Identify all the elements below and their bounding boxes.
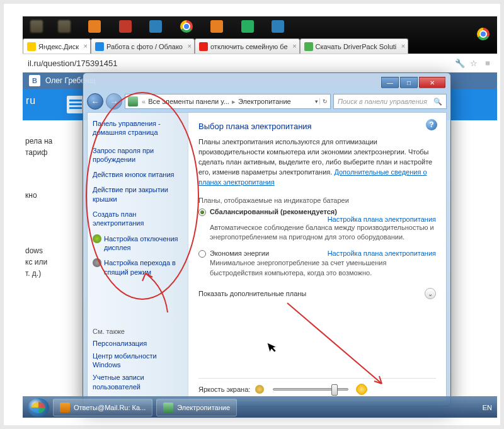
taskbar-icon[interactable] <box>149 20 162 33</box>
windows-taskbar: Ответы@Mail.Ru: Ка... Электропитание EN <box>23 396 497 418</box>
vk-logo-icon[interactable]: B <box>29 75 40 86</box>
radio-icon[interactable] <box>198 250 206 258</box>
sidebar: Панель управления - домашняя страница За… <box>88 113 188 401</box>
sidebar-item[interactable]: Создать план электропитания <box>93 210 183 228</box>
power-icon <box>163 403 173 413</box>
browser-tab[interactable]: Яндекс.Диск × <box>23 38 91 54</box>
site-suffix: ru <box>26 95 36 106</box>
menu-icon[interactable]: ≡ <box>483 59 492 68</box>
slider-thumb[interactable] <box>331 384 338 396</box>
show-more-plans[interactable]: Показать дополнительные планы ⌄ <box>198 288 436 299</box>
brightness-label: Яркость экрана: <box>198 386 250 393</box>
breadcrumb[interactable]: « Все элементы панели у... ▸ Электропита… <box>125 94 331 109</box>
address-bar[interactable]: il.ru/question/175391451 🔧 ☆ ≡ <box>23 54 497 72</box>
favicon-icon <box>199 42 208 51</box>
taskbar-icon[interactable] <box>272 20 284 33</box>
browser-tab[interactable]: Работа с фото / Облако × <box>91 38 195 54</box>
mailru-icon <box>60 403 70 413</box>
sidebar-item[interactable]: Действие при закрытии крышки <box>93 185 183 203</box>
close-tab-icon[interactable]: × <box>188 42 192 50</box>
sidebar-see-also-item[interactable]: Учетные записи пользователей <box>93 373 183 391</box>
plan-name: Экономия энергии <box>210 249 269 257</box>
page-description: Планы электропитания используются для оп… <box>198 137 436 188</box>
see-also-header: См. также <box>93 328 183 335</box>
taskbar-app-button[interactable]: Электропитание <box>156 399 237 416</box>
sidebar-see-also-item[interactable]: Центр мобильности Windows <box>93 352 183 370</box>
search-placeholder: Поиск в панели управления <box>338 98 427 105</box>
taskbar-icon[interactable] <box>241 20 254 33</box>
search-input[interactable]: Поиск в панели управления 🔍 <box>333 94 447 109</box>
breadcrumb-item[interactable]: Электропитание <box>238 98 291 105</box>
star-icon[interactable]: ☆ <box>469 59 478 68</box>
configure-plan-link[interactable]: Настройка плана электропитания <box>328 249 436 257</box>
tab-label: Яндекс.Диск <box>38 43 79 50</box>
favicon-icon <box>95 42 104 51</box>
plan-name: Сбалансированный (рекомендуется) <box>210 208 337 215</box>
close-tab-icon[interactable]: × <box>401 42 405 50</box>
show-more-label: Показать дополнительные планы <box>198 290 306 297</box>
system-tray[interactable]: EN <box>483 404 492 411</box>
favicon-icon <box>304 42 313 51</box>
close-tab-icon[interactable]: × <box>292 42 296 50</box>
content-pane: ? Выбор плана электропитания Планы элект… <box>188 113 446 401</box>
close-button[interactable]: ✕ <box>419 77 445 88</box>
plan-description: Автоматическое соблюдение баланса между … <box>210 223 436 243</box>
minimize-button[interactable]: — <box>381 77 399 88</box>
nav-forward-button[interactable]: → <box>106 93 122 110</box>
background-text-fragments: рела натариф кно dows кс или т. д.) <box>23 129 79 285</box>
start-button[interactable] <box>28 398 49 417</box>
page-title: Выбор плана электропитания <box>198 122 436 131</box>
plan-description: Минимальное энергопотребление за счет ум… <box>210 258 436 278</box>
close-tab-icon[interactable]: × <box>84 42 88 50</box>
maximize-button[interactable]: □ <box>400 77 418 88</box>
wrench-icon[interactable]: 🔧 <box>455 59 464 68</box>
tab-label: отключить семейную бе <box>210 43 288 50</box>
sidebar-item-sleep[interactable]: Настройка перехода в спящий режим <box>93 258 183 277</box>
chevron-down-icon[interactable]: ⌄ <box>425 288 436 299</box>
nav-back-button[interactable]: ← <box>87 93 103 110</box>
search-icon: 🔍 <box>433 98 442 106</box>
radio-selected-icon[interactable] <box>198 209 206 216</box>
sidebar-item[interactable]: Действия кнопок питания <box>93 170 183 179</box>
taskbar-icon[interactable] <box>88 20 101 33</box>
sidebar-see-also-item[interactable]: Персонализация <box>93 339 183 348</box>
brightness-row: Яркость экрана: <box>198 378 436 394</box>
taskbar-icon[interactable] <box>210 20 223 33</box>
breadcrumb-item[interactable]: Все элементы панели у... <box>148 98 229 105</box>
power-plan-saver[interactable]: Экономия энергии Настройка плана электро… <box>210 249 436 278</box>
sun-dim-icon <box>255 385 264 394</box>
taskbar-icon[interactable] <box>119 20 132 33</box>
control-panel-window: — □ ✕ ← → « Все элементы панели у... ▸ Э… <box>83 72 451 406</box>
sidebar-home-link[interactable]: Панель управления - домашняя страница <box>93 119 183 137</box>
sun-bright-icon <box>357 385 366 394</box>
taskbar-label: Ответы@Mail.Ru: Ка... <box>74 404 146 411</box>
brightness-slider[interactable] <box>273 388 348 391</box>
taskbar-label: Электропитание <box>177 404 230 411</box>
power-icon <box>128 96 138 106</box>
browser-tab[interactable]: отключить семейную бе × <box>195 38 300 54</box>
sidebar-item[interactable]: Запрос пароля при пробуждении <box>93 146 183 164</box>
browser-tab[interactable]: Скачать DriverPack Soluti × <box>300 38 409 54</box>
configure-plan-link[interactable]: Настройка плана электропитания <box>328 215 436 223</box>
taskbar-app-button[interactable]: Ответы@Mail.Ru: Ка... <box>53 399 152 416</box>
language-indicator[interactable]: EN <box>483 404 492 411</box>
sidebar-item-display-off[interactable]: Настройка отключения дисплея <box>93 234 183 253</box>
url-text: il.ru/question/175391451 <box>28 59 117 68</box>
power-plan-balanced[interactable]: Сбалансированный (рекомендуется) Настрой… <box>210 208 436 243</box>
help-icon[interactable]: ? <box>426 119 437 130</box>
tab-label: Скачать DriverPack Soluti <box>316 43 397 50</box>
favicon-icon <box>27 42 36 51</box>
browser-tabs: Яндекс.Диск × Работа с фото / Облако × о… <box>23 38 497 54</box>
plans-group-label: Планы, отображаемые на индикаторе батаре… <box>198 197 436 204</box>
tab-label: Работа с фото / Облако <box>106 43 183 50</box>
chrome-icon[interactable] <box>180 20 193 33</box>
hamburger-icon[interactable] <box>67 96 84 113</box>
